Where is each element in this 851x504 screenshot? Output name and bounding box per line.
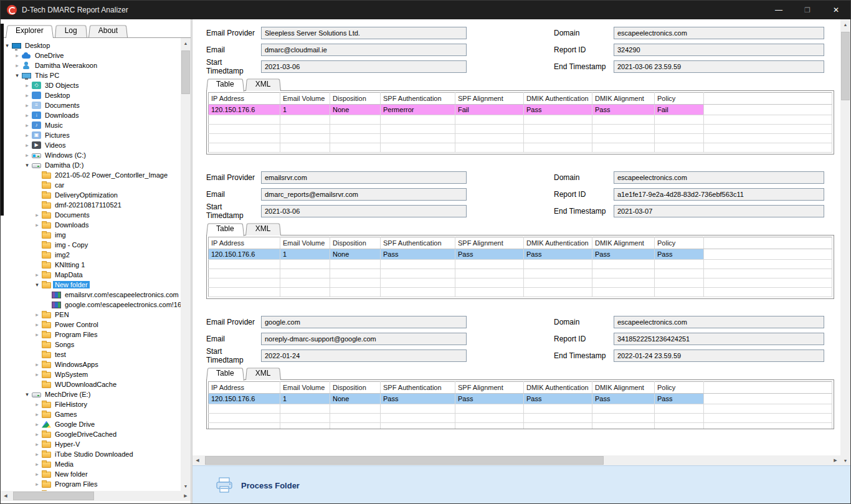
email-provider-input[interactable] [261, 171, 467, 184]
main-horizontal-scrollbar[interactable]: ◀ ▶ [193, 455, 840, 465]
tree-item-new-folder[interactable]: ▸New folder [1, 469, 181, 479]
scrollbar-thumb[interactable] [181, 50, 190, 94]
domain-input[interactable] [614, 316, 824, 328]
tree-item-pictures[interactable]: ▸▣Pictures [1, 130, 181, 140]
grid-cell[interactable]: None [330, 249, 381, 260]
end-timestamp-input[interactable] [614, 349, 824, 362]
expander-icon[interactable]: ▾ [3, 42, 11, 49]
column-header-dmik-alignment[interactable]: DMIK Alignment [592, 93, 655, 105]
scroll-left-icon[interactable]: ◀ [1, 491, 11, 501]
report-id-input[interactable] [614, 333, 824, 345]
grid-cell-empty[interactable] [330, 404, 381, 414]
column-header-email-volume[interactable]: Email Volume [280, 237, 330, 249]
expander-icon[interactable]: ▸ [33, 461, 41, 467]
grid-cell-empty[interactable] [592, 134, 655, 143]
column-header-disposition[interactable]: Disposition [330, 382, 381, 394]
minimize-button[interactable]: — [764, 1, 793, 19]
grid-cell-empty[interactable] [592, 260, 655, 269]
grid-cell[interactable]: 1 [280, 394, 330, 404]
tree-item-img2[interactable]: img2 [1, 250, 181, 260]
tab-xml[interactable]: XML [245, 222, 281, 235]
grid-cell-empty[interactable] [524, 423, 592, 430]
grid-cell-empty[interactable] [655, 260, 704, 269]
end-timestamp-input[interactable] [614, 205, 824, 217]
grid-cell[interactable]: 120.150.176.6 [209, 105, 280, 115]
grid-cell-empty[interactable] [455, 288, 524, 297]
tab-table[interactable]: Table [206, 78, 244, 92]
grid-cell[interactable]: 120.150.176.6 [209, 249, 280, 260]
grid-cell-empty[interactable] [280, 143, 330, 153]
grid-cell-empty[interactable] [280, 134, 330, 143]
grid-cell[interactable]: 1 [280, 249, 330, 260]
grid-cell[interactable]: Pass [592, 394, 655, 404]
tree-item-2021-05-02-power-contorller-image[interactable]: 2021-05-02 Power_Contorller_Image [1, 170, 181, 180]
email-input[interactable] [261, 188, 467, 201]
tab-about[interactable]: About [88, 24, 128, 37]
tree-item-downloads[interactable]: ▸Downloads [1, 220, 181, 230]
expander-icon[interactable]: ▾ [23, 391, 31, 397]
email-input[interactable] [261, 333, 467, 345]
tree-item-google-com-escapeelectronics-com-16[interactable]: google.com!escapeelectronics.com!16 [1, 300, 181, 310]
grid-cell-empty[interactable] [280, 404, 330, 414]
expander-icon[interactable]: ▸ [23, 142, 31, 148]
grid-cell-empty[interactable] [592, 278, 655, 288]
grid-cell-empty[interactable] [655, 134, 704, 143]
expander-icon[interactable]: ▸ [33, 222, 41, 228]
scroll-down-icon[interactable]: ▼ [840, 455, 850, 465]
grid-cell-empty[interactable] [209, 125, 280, 134]
tree-item-mapdata[interactable]: ▸MapData [1, 270, 181, 280]
tree-item-desktop[interactable]: ▸Desktop [1, 90, 181, 100]
grid-cell-empty[interactable] [455, 414, 524, 423]
scrollbar-track[interactable] [202, 455, 830, 465]
grid-cell-empty[interactable] [455, 260, 524, 269]
grid-cell-empty[interactable] [381, 404, 455, 414]
grid-cell-empty[interactable] [655, 404, 704, 414]
grid-cell-empty[interactable] [455, 134, 524, 143]
tree-item-documents[interactable]: ▸≡Documents [1, 100, 181, 110]
expander-icon[interactable]: ▸ [33, 361, 41, 368]
grid-cell[interactable]: Pass [592, 105, 655, 115]
grid-cell-empty[interactable] [455, 143, 524, 153]
expander-icon[interactable]: ▾ [23, 162, 31, 168]
grid-cell-empty[interactable] [381, 288, 455, 297]
grid-cell-empty[interactable] [704, 134, 832, 143]
scroll-right-icon[interactable]: ▶ [181, 491, 191, 501]
grid-cell-empty[interactable] [381, 134, 455, 143]
grid-cell-empty[interactable] [704, 404, 832, 414]
grid-cell-empty[interactable] [655, 278, 704, 288]
tree-vertical-scrollbar[interactable]: ▲ ▼ [181, 38, 191, 491]
email-provider-input[interactable] [261, 27, 467, 39]
grid-cell-empty[interactable] [524, 404, 592, 414]
tree-item-this-pc[interactable]: ▾This PC [1, 70, 181, 80]
expander-icon[interactable]: ▸ [33, 321, 41, 328]
process-folder-button[interactable]: Process Folder [215, 477, 300, 493]
grid-cell[interactable]: Pass [524, 105, 592, 115]
start-timestamp-input[interactable] [261, 205, 467, 217]
grid-cell-empty[interactable] [655, 423, 704, 430]
expander-icon[interactable]: ▸ [23, 92, 31, 98]
column-header-policy[interactable]: Policy [655, 382, 704, 394]
expander-icon[interactable]: ▸ [13, 62, 21, 69]
scrollbar-track[interactable] [840, 29, 850, 455]
tab-table[interactable]: Table [206, 367, 244, 381]
grid-cell-empty[interactable] [592, 414, 655, 423]
grid-cell-empty[interactable] [381, 423, 455, 430]
tree-item-documents[interactable]: ▸Documents [1, 210, 181, 220]
grid-cell-empty[interactable] [280, 269, 330, 278]
grid-cell[interactable]: Pass [455, 249, 524, 260]
grid-cell-empty[interactable] [455, 125, 524, 134]
grid-cell-empty[interactable] [655, 288, 704, 297]
expander-icon[interactable]: ▸ [23, 122, 31, 128]
tab-table[interactable]: Table [206, 222, 244, 236]
tree-item-songs[interactable]: Songs [1, 340, 181, 349]
grid-cell-empty[interactable] [209, 269, 280, 278]
tree-item-googledrivecached[interactable]: ▸GoogleDriveCached [1, 429, 181, 439]
grid-cell-empty[interactable] [381, 260, 455, 269]
tree-item-damitha-d[interactable]: ▾Damitha (D:) [1, 160, 181, 170]
expander-icon[interactable]: ▸ [13, 52, 21, 59]
grid-cell-empty[interactable] [524, 278, 592, 288]
scroll-up-icon[interactable]: ▲ [181, 38, 191, 48]
grid-cell-empty[interactable] [704, 143, 832, 153]
grid-cell[interactable]: Pass [455, 394, 524, 404]
expander-icon[interactable]: ▸ [23, 132, 31, 138]
